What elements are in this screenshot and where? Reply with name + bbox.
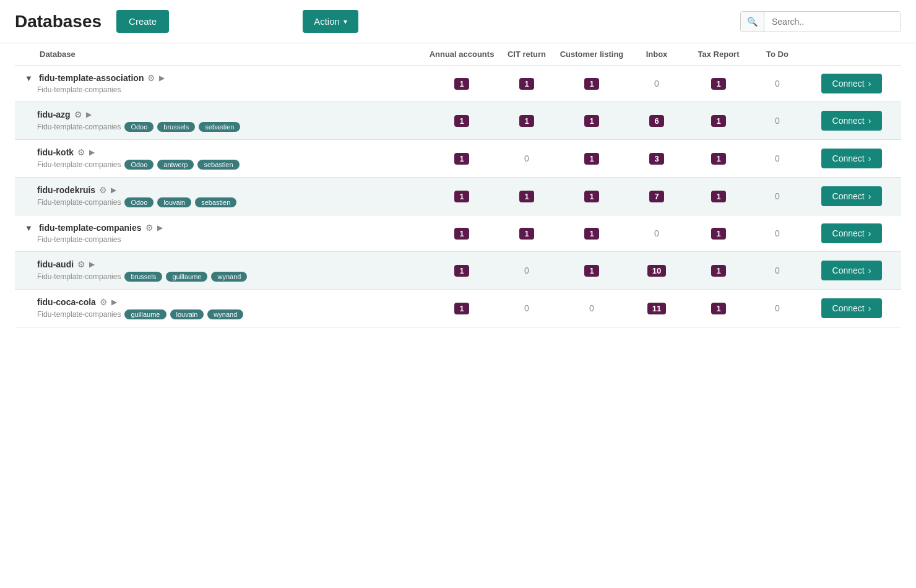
db-name-row: fidu-kotk ⚙ ▶ xyxy=(37,147,425,157)
to-do-value: 0 xyxy=(775,79,780,89)
tax-report-cell: 1 xyxy=(685,191,753,202)
gear-icon[interactable]: ⚙ xyxy=(77,259,85,269)
db-template: Fidu-template-companies xyxy=(25,235,425,244)
play-icon[interactable]: ▶ xyxy=(89,260,95,269)
annual-accounts-badge: 1 xyxy=(454,153,469,165)
toggle-collapse-icon[interactable]: ▼ xyxy=(25,74,33,83)
gear-icon[interactable]: ⚙ xyxy=(99,185,107,195)
tax-report-badge: 1 xyxy=(711,153,726,165)
db-template: Fidu-template-companies brussels guillau… xyxy=(37,272,425,282)
connect-button[interactable]: Connect › xyxy=(821,111,883,131)
gear-icon[interactable]: ⚙ xyxy=(100,297,108,307)
inbox-badge: 6 xyxy=(649,115,664,127)
connect-arrow-icon: › xyxy=(868,228,871,238)
action-button[interactable]: Action ▾ xyxy=(303,10,358,33)
play-icon[interactable]: ▶ xyxy=(86,110,92,119)
gear-icon[interactable]: ⚙ xyxy=(147,73,155,83)
tag-louvain: louvain xyxy=(157,197,191,207)
to-do-cell: 0 xyxy=(753,191,802,201)
to-do-value: 0 xyxy=(775,228,780,238)
tax-report-badge: 1 xyxy=(711,78,726,90)
db-name-row: ▼ fidu-template-association ⚙ ▶ xyxy=(25,73,425,83)
cit-return-cell: 1 xyxy=(499,228,555,240)
db-name-cell: fidu-audi ⚙ ▶ Fidu-template-companies br… xyxy=(15,259,425,282)
tag-louvain: louvain xyxy=(170,309,204,319)
gear-icon[interactable]: ⚙ xyxy=(74,110,82,119)
connect-button[interactable]: Connect › xyxy=(821,74,883,93)
customer-listing-value: 0 xyxy=(589,303,594,313)
tag-brussels: brussels xyxy=(157,122,195,132)
to-do-cell: 0 xyxy=(753,153,802,163)
play-icon[interactable]: ▶ xyxy=(159,74,165,82)
connect-cell: Connect › xyxy=(802,186,901,206)
col-tax-report: Tax Report xyxy=(685,50,753,59)
inbox-cell: 11 xyxy=(629,303,685,314)
page-header: Databases Create Action ▾ 🔍 xyxy=(0,0,916,43)
search-icon-button[interactable]: 🔍 xyxy=(741,12,764,32)
annual-accounts-cell: 1 xyxy=(425,115,499,127)
inbox-cell: 0 xyxy=(629,79,685,89)
annual-accounts-cell: 1 xyxy=(425,265,499,277)
connect-cell: Connect › xyxy=(802,149,901,168)
annual-accounts-badge: 1 xyxy=(454,265,469,277)
tax-report-cell: 1 xyxy=(685,78,753,90)
annual-accounts-cell: 1 xyxy=(425,153,499,165)
db-name-row: fidu-azg ⚙ ▶ xyxy=(37,110,425,119)
tag-antwerp: antwerp xyxy=(157,160,194,170)
tax-report-cell: 1 xyxy=(685,153,753,165)
table-row: fidu-coca-cola ⚙ ▶ Fidu-template-compani… xyxy=(15,290,901,327)
db-name: fidu-template-companies xyxy=(39,223,142,233)
annual-accounts-cell: 1 xyxy=(425,303,499,314)
inbox-cell: 6 xyxy=(629,115,685,127)
tag-wynand: wynand xyxy=(207,309,243,319)
connect-button[interactable]: Connect › xyxy=(821,298,883,318)
toggle-collapse-icon[interactable]: ▼ xyxy=(25,223,33,233)
play-icon[interactable]: ▶ xyxy=(111,186,116,194)
col-inbox: Inbox xyxy=(629,50,685,59)
template-name: Fidu-template-companies xyxy=(37,160,121,169)
cit-return-badge: 1 xyxy=(519,78,534,90)
customer-listing-badge: 1 xyxy=(584,228,599,240)
connect-label: Connect xyxy=(832,116,865,126)
tag-guillaume: guillaume xyxy=(166,272,207,282)
connect-button[interactable]: Connect › xyxy=(821,149,883,168)
play-icon[interactable]: ▶ xyxy=(89,148,95,157)
to-do-cell: 0 xyxy=(753,116,802,126)
gear-icon[interactable]: ⚙ xyxy=(77,147,85,157)
connect-button[interactable]: Connect › xyxy=(821,223,883,243)
connect-button[interactable]: Connect › xyxy=(821,186,883,206)
connect-label: Connect xyxy=(832,153,865,163)
table-row: fidu-audi ⚙ ▶ Fidu-template-companies br… xyxy=(15,252,901,289)
connect-cell: Connect › xyxy=(802,74,901,93)
tag-odoo: Odoo xyxy=(124,160,153,170)
db-name-cell: fidu-azg ⚙ ▶ Fidu-template-companies Odo… xyxy=(15,110,425,132)
play-icon[interactable]: ▶ xyxy=(111,298,117,306)
connect-button[interactable]: Connect › xyxy=(821,261,883,280)
template-name: Fidu-template-companies xyxy=(37,235,121,244)
db-name: fidu-coca-cola xyxy=(37,297,96,307)
gear-icon[interactable]: ⚙ xyxy=(145,223,153,233)
customer-listing-cell: 1 xyxy=(555,153,629,165)
customer-listing-cell: 1 xyxy=(555,78,629,90)
db-name-row: fidu-audi ⚙ ▶ xyxy=(37,259,425,269)
to-do-value: 0 xyxy=(775,266,780,275)
search-input[interactable] xyxy=(764,12,901,32)
play-icon[interactable]: ▶ xyxy=(157,223,163,232)
create-button[interactable]: Create xyxy=(116,10,169,33)
db-template: Fidu-template-companies Odoo louvain seb… xyxy=(37,197,425,207)
tag-wynand: wynand xyxy=(211,272,247,282)
db-name-cell: fidu-kotk ⚙ ▶ Fidu-template-companies Od… xyxy=(15,147,425,170)
annual-accounts-cell: 1 xyxy=(425,228,499,240)
to-do-value: 0 xyxy=(775,116,780,126)
inbox-cell: 7 xyxy=(629,191,685,202)
tax-report-badge: 1 xyxy=(711,115,726,127)
connect-arrow-icon: › xyxy=(868,79,871,89)
db-name: fidu-azg xyxy=(37,110,71,119)
tag-odoo: Odoo xyxy=(124,197,153,207)
tag-brussels: brussels xyxy=(124,272,162,282)
annual-accounts-badge: 1 xyxy=(454,303,469,314)
to-do-value: 0 xyxy=(775,303,780,313)
page-title: Databases xyxy=(15,12,102,32)
to-do-value: 0 xyxy=(775,191,780,201)
table-row: fidu-azg ⚙ ▶ Fidu-template-companies Odo… xyxy=(15,102,901,139)
